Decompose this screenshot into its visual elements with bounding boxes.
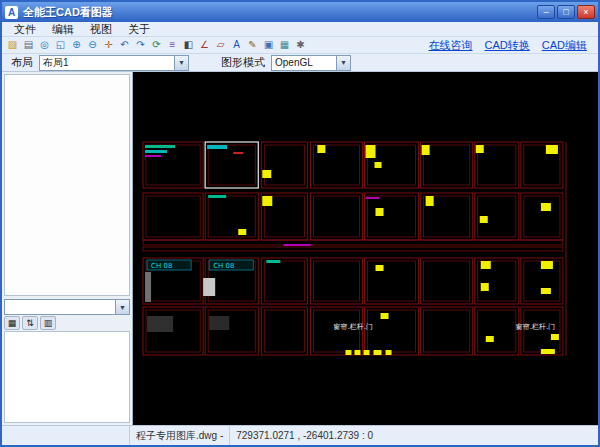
close-button[interactable]: ×	[577, 5, 595, 19]
cad-block	[386, 350, 392, 355]
cad-text-label: 窗帘.栏杆.门	[333, 323, 372, 331]
cad-block	[209, 316, 229, 330]
graphics-mode-select[interactable]: OpenGL ▼	[271, 55, 351, 71]
status-left-cell	[2, 426, 130, 445]
cad-block	[481, 261, 491, 269]
next-view-icon[interactable]: ↷	[133, 38, 148, 53]
cad-block	[551, 334, 559, 340]
left-panel: ▼ ▦⇅▥	[2, 72, 133, 425]
cad-block	[233, 152, 243, 154]
export-image-icon[interactable]: ▦	[277, 38, 292, 53]
cad-block	[354, 350, 360, 355]
cad-block	[317, 145, 325, 153]
cad-block	[145, 272, 151, 302]
menu-bar: 文件编辑视图关于	[2, 22, 598, 37]
property-list[interactable]	[4, 331, 130, 423]
annotation-icon[interactable]: ✎	[245, 38, 260, 53]
main-area: ▼ ▦⇅▥ CH 08CH 08窗帘.栏杆.门窗帘.栏杆.门	[2, 72, 598, 425]
text-find-icon[interactable]: A	[229, 38, 244, 53]
open-file-icon[interactable]: ▨	[5, 38, 20, 53]
print-icon[interactable]: ▤	[21, 38, 36, 53]
link-online-consult[interactable]: 在线咨询	[429, 38, 473, 53]
chevron-down-icon[interactable]: ▼	[174, 56, 188, 70]
cad-block	[238, 229, 246, 235]
drawing-canvas[interactable]: CH 08CH 08窗帘.栏杆.门窗帘.栏杆.门	[133, 72, 598, 425]
cad-text-label: 窗帘.栏杆.门	[516, 323, 555, 331]
cad-block	[374, 350, 382, 355]
cad-block	[366, 145, 376, 158]
categorized-icon[interactable]: ▦	[4, 316, 20, 330]
menu-item-file[interactable]: 文件	[6, 22, 44, 37]
cad-block	[541, 203, 551, 211]
settings-icon[interactable]: ✱	[293, 38, 308, 53]
cad-block	[422, 145, 430, 155]
cad-block	[376, 208, 384, 216]
graphics-mode-label: 图形模式	[221, 55, 265, 70]
status-bar: 程子专用图库.dwg - 729371.0271 , -26401.2739 :…	[2, 425, 598, 445]
cad-drawing[interactable]: CH 08CH 08窗帘.栏杆.门窗帘.栏杆.门	[133, 72, 598, 425]
cad-block	[541, 288, 551, 294]
background-color-icon[interactable]: ◧	[181, 38, 196, 53]
window-controls: – □ ×	[537, 5, 595, 19]
cad-block	[203, 278, 215, 296]
title-bar: A 全能王CAD看图器 – □ ×	[2, 2, 598, 22]
cad-background	[133, 72, 598, 425]
maximize-button[interactable]: □	[557, 5, 575, 19]
toolbar-icons: ▨▤◎◱⊕⊖✛↶↷⟳≡◧∠▱A✎▣▦✱	[5, 38, 308, 53]
pan-icon[interactable]: ✛	[101, 38, 116, 53]
rotate-view-icon[interactable]: ⟳	[149, 38, 164, 53]
cad-block	[381, 313, 389, 319]
alphabetical-sort-icon[interactable]: ⇅	[22, 316, 38, 330]
cad-block	[208, 195, 226, 198]
window-title: 全能王CAD看图器	[23, 5, 537, 20]
cad-block	[476, 145, 484, 153]
menu-item-about[interactable]: 关于	[120, 22, 158, 37]
cad-block	[541, 261, 553, 269]
measure-area-icon[interactable]: ▱	[213, 38, 228, 53]
link-cad-convert[interactable]: CAD转换	[485, 38, 530, 53]
menu-item-edit[interactable]: 编辑	[44, 22, 82, 37]
property-filter-select[interactable]: ▼	[4, 299, 130, 315]
app-icon: A	[5, 6, 18, 19]
cad-block	[426, 196, 434, 206]
cad-block	[366, 197, 380, 199]
cad-block	[145, 145, 175, 148]
zoom-window-icon[interactable]: ◱	[53, 38, 68, 53]
layout-select-value: 布局1	[40, 56, 174, 70]
cad-block	[207, 145, 227, 149]
layout-select[interactable]: 布局1 ▼	[39, 55, 189, 71]
property-toolbar: ▦⇅▥	[4, 315, 130, 331]
measure-distance-icon[interactable]: ∠	[197, 38, 212, 53]
cad-block	[546, 145, 558, 154]
cad-block	[375, 162, 382, 168]
cad-block	[541, 349, 555, 354]
chevron-down-icon[interactable]: ▼	[115, 300, 129, 314]
layout-label: 布局	[11, 55, 33, 70]
zoom-out-icon[interactable]: ⊖	[85, 38, 100, 53]
properties-area	[4, 74, 130, 296]
zoom-in-icon[interactable]: ⊕	[69, 38, 84, 53]
minimize-button[interactable]: –	[537, 5, 555, 19]
cad-block	[147, 316, 173, 332]
stamp-icon[interactable]: ▣	[261, 38, 276, 53]
layers-icon[interactable]: ≡	[165, 38, 180, 53]
app-window: A 全能王CAD看图器 – □ × 文件编辑视图关于 ▨▤◎◱⊕⊖✛↶↷⟳≡◧∠…	[0, 0, 600, 447]
chevron-down-icon[interactable]: ▼	[336, 56, 350, 70]
zoom-extents-icon[interactable]: ◎	[37, 38, 52, 53]
graphics-mode-value: OpenGL	[272, 57, 336, 68]
cad-block	[145, 150, 167, 153]
previous-view-icon[interactable]: ↶	[117, 38, 132, 53]
cad-block	[266, 260, 280, 263]
layout-bar: 布局 布局1 ▼ 图形模式 OpenGL ▼	[2, 54, 598, 72]
property-page-icon[interactable]: ▥	[40, 316, 56, 330]
cad-block	[262, 196, 272, 206]
menu-item-view[interactable]: 视图	[82, 22, 120, 37]
cad-block	[145, 155, 161, 157]
cad-block	[262, 170, 271, 178]
cad-block	[376, 265, 384, 271]
status-coordinates: 729371.0271 , -26401.2739 : 0	[230, 426, 598, 445]
cad-block	[481, 283, 489, 291]
link-cad-edit[interactable]: CAD编辑	[542, 38, 587, 53]
cad-block	[283, 244, 311, 246]
cad-text-label: CH 08	[151, 262, 172, 270]
